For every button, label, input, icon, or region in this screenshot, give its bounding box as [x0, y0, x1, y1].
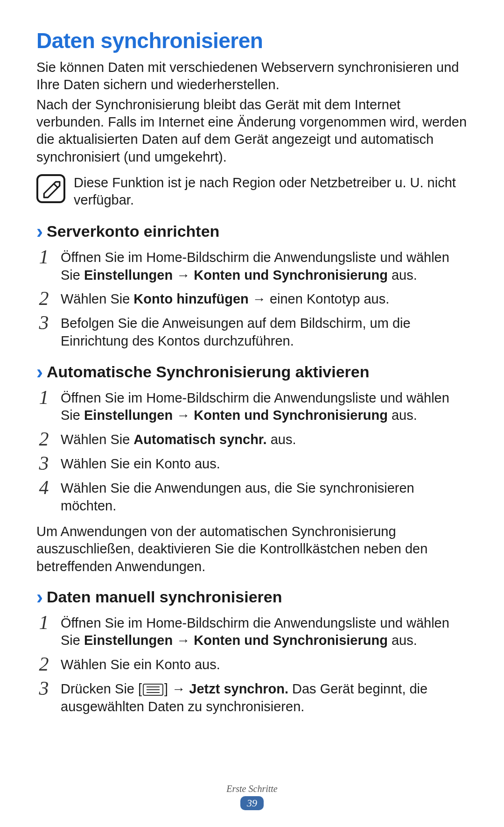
bold-term: Automatisch synchr.	[133, 432, 266, 447]
page-footer: Erste Schritte 39	[0, 784, 504, 810]
page-title: Daten synchronisieren	[36, 28, 468, 53]
step-text: Drücken Sie [	[61, 681, 142, 696]
step-text: Wählen Sie	[61, 432, 133, 447]
step-number: 2	[36, 428, 51, 449]
bold-term: Konten und Synchronisierung	[194, 268, 388, 283]
step-text: ] →	[164, 681, 189, 696]
intro-paragraph-1: Sie können Daten mit verschiedenen Webse…	[36, 59, 468, 93]
arrow-text: →	[173, 268, 194, 283]
bold-term: Einstellungen	[84, 408, 173, 423]
step-row: 3 Wählen Sie ein Konto aus.	[36, 452, 468, 473]
step-number: 2	[36, 653, 51, 674]
subheading-auto-sync: › Automatische Synchronisierung aktivier…	[36, 362, 468, 382]
step-body: Wählen Sie Automatisch synchr. aus.	[61, 428, 468, 449]
step-text: aus.	[388, 408, 417, 423]
subheading-text: Automatische Synchronisierung aktivieren	[47, 363, 370, 381]
step-body: Öffnen Sie im Home-Bildschirm die Anwend…	[61, 387, 468, 424]
step-number: 4	[36, 477, 51, 497]
step-number: 3	[36, 678, 51, 698]
step-row: 1 Öffnen Sie im Home-Bildschirm die Anwe…	[36, 246, 468, 284]
step-row: 2 Wählen Sie Konto hinzufügen → einen Ko…	[36, 288, 468, 308]
subheading-server-account: › Serverkonto einrichten	[36, 222, 468, 241]
step-number: 3	[36, 312, 51, 332]
step-number: 1	[36, 612, 51, 632]
step-number: 1	[36, 246, 51, 267]
note-icon	[36, 174, 65, 203]
step-number: 2	[36, 288, 51, 308]
subheading-text: Daten manuell synchronisieren	[47, 588, 282, 606]
step-row: 3 Drücken Sie [] → Jetzt synchron. Das G…	[36, 678, 468, 715]
step-body: Wählen Sie ein Konto aus.	[61, 452, 468, 473]
intro-paragraph-2: Nach der Synchronisierung bleibt das Ger…	[36, 96, 468, 165]
subheading-manual-sync: › Daten manuell synchronisieren	[36, 587, 468, 607]
arrow-text: →	[173, 408, 194, 423]
bold-term: Konto hinzufügen	[133, 291, 248, 306]
step-text: Wählen Sie	[61, 291, 133, 306]
bold-term: Einstellungen	[84, 633, 173, 648]
chevron-icon: ›	[36, 587, 43, 607]
bold-term: Einstellungen	[84, 268, 173, 283]
step-number: 1	[36, 387, 51, 407]
step-row: 2 Wählen Sie ein Konto aus.	[36, 653, 468, 674]
chevron-icon: ›	[36, 362, 43, 382]
step-body: Öffnen Sie im Home-Bildschirm die Anwend…	[61, 612, 468, 650]
bold-term: Jetzt synchron.	[189, 681, 288, 696]
step-row: 3 Befolgen Sie die Anweisungen auf dem B…	[36, 312, 468, 350]
step-row: 4 Wählen Sie die Anwendungen aus, die Si…	[36, 477, 468, 515]
chevron-icon: ›	[36, 222, 43, 241]
step-body: Drücken Sie [] → Jetzt synchron. Das Ger…	[61, 678, 468, 715]
note-callout: Diese Funktion ist je nach Region oder N…	[36, 174, 468, 209]
bold-term: Konten und Synchronisierung	[194, 408, 388, 423]
subheading-text: Serverkonto einrichten	[47, 222, 219, 240]
step-text: aus.	[388, 268, 417, 283]
step-row: 1 Öffnen Sie im Home-Bildschirm die Anwe…	[36, 612, 468, 650]
svg-line-0	[54, 184, 57, 187]
step-row: 1 Öffnen Sie im Home-Bildschirm die Anwe…	[36, 387, 468, 424]
footer-section-name: Erste Schritte	[0, 784, 504, 794]
step-body: Wählen Sie die Anwendungen aus, die Sie …	[61, 477, 468, 515]
step-body: Öffnen Sie im Home-Bildschirm die Anwend…	[61, 246, 468, 284]
document-page: Daten synchronisieren Sie können Daten m…	[0, 0, 504, 827]
note-text: Diese Funktion ist je nach Region oder N…	[74, 174, 468, 209]
step-body: Wählen Sie Konto hinzufügen → einen Kont…	[61, 288, 468, 308]
step-number: 3	[36, 452, 51, 473]
arrow-text: →	[173, 633, 194, 648]
step-text: aus.	[388, 633, 417, 648]
step-text: → einen Kontotyp aus.	[249, 291, 389, 306]
page-number-badge: 39	[240, 796, 264, 810]
step-body: Befolgen Sie die Anweisungen auf dem Bil…	[61, 312, 468, 350]
step-row: 2 Wählen Sie Automatisch synchr. aus.	[36, 428, 468, 449]
step-text: aus.	[267, 432, 296, 447]
step-body: Wählen Sie ein Konto aus.	[61, 653, 468, 674]
menu-icon	[143, 684, 163, 696]
section-after-paragraph: Um Anwendungen von der automatischen Syn…	[36, 523, 468, 575]
bold-term: Konten und Synchronisierung	[194, 633, 388, 648]
